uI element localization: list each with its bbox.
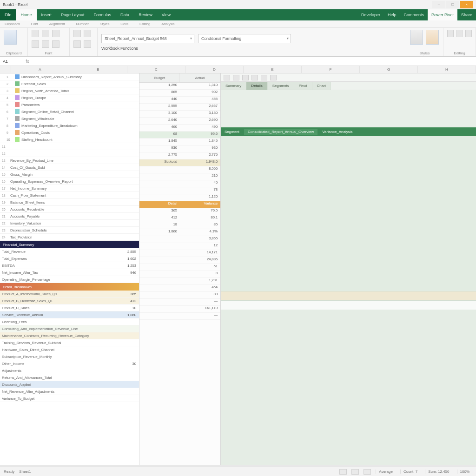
detail-tab[interactable]: Chart [312,82,331,90]
fx-icon[interactable]: fx [23,59,32,64]
outline-row[interactable]: 23Depreciation_Schedule [0,227,139,234]
detail-row[interactable]: Discounts_Applied [0,381,139,388]
value-cell[interactable] [139,285,180,291]
value-cell[interactable] [139,313,180,319]
style-combo[interactable]: Conditional Formatting ▾ [198,34,291,43]
outline-row[interactable]: 21Accounts_Payable [0,213,139,220]
value-cell[interactable]: 210 [180,173,220,180]
value-row[interactable]: DetailVariance [139,201,220,208]
align-left-icon[interactable] [73,30,81,37]
summary-row[interactable]: Total_Expenses1,602 [0,255,139,262]
value-cell[interactable] [139,166,180,173]
value-cell[interactable]: 2,555 [139,104,180,110]
value-row[interactable]: 8 [139,271,220,278]
value-row[interactable]: 24,886 [139,257,220,264]
value-cell[interactable] [139,278,180,284]
detail-row[interactable]: Product_C_Sales18 [0,304,139,311]
value-cell[interactable] [139,257,180,264]
outline-row[interactable]: 3Region_North_America_Totals [0,87,139,94]
value-row[interactable]: 440455 [139,97,220,104]
tab-home[interactable]: Home [16,9,37,20]
paste-icon[interactable] [4,30,17,45]
col-header[interactable]: E [244,66,302,73]
detail-row[interactable]: Product_A_International_Sales_Q1365 [0,291,139,298]
outline-row[interactable]: 22Inventory_Valuation [0,220,139,227]
fill-color-icon[interactable] [32,40,39,48]
value-cell[interactable]: — [180,299,220,305]
value-cell[interactable]: 3,180 [180,111,220,117]
outline-row[interactable]: 16Operating_Expenses_Overview_Report [0,178,139,185]
value-row[interactable]: 141,119 [139,306,220,313]
value-cell[interactable]: 2,775 [139,152,180,159]
value-row[interactable]: 1,231 [139,278,220,285]
value-cell[interactable]: Subtotal [139,159,180,166]
value-row[interactable]: 1,120 [139,194,220,201]
value-cell[interactable]: 2,667 [180,104,220,110]
format-table-icon[interactable] [426,30,439,45]
outline-row[interactable]: 24Tax_Provision [0,234,139,241]
value-row[interactable]: 1885 [139,222,220,229]
detail-row[interactable]: Consulting_And_Implementation_Revenue_Li… [0,325,139,332]
value-cell[interactable]: 3,865 [180,236,220,243]
status-zoom[interactable]: 100% [457,469,472,474]
value-row[interactable]: 460490 [139,125,220,132]
value-cell[interactable] [139,236,180,243]
value-row[interactable]: 6895.6 [139,132,220,139]
named-range-combo[interactable]: Sheet_Report_Annual_Budget 568 ▾ [101,34,194,43]
value-row[interactable]: 3,1003,180 [139,111,220,118]
summary-row[interactable]: Total_Revenue2,855 [0,248,139,255]
value-cell[interactable]: 454 [180,285,220,291]
outline-row[interactable]: 4Region_Europe [0,94,139,101]
value-row[interactable]: 454 [139,285,220,292]
col-header[interactable]: G [360,66,418,73]
value-cell[interactable]: 1,120 [180,194,220,201]
summary-row[interactable]: Operating_Margin_Percentage [0,276,139,283]
value-cell[interactable]: 30 [180,292,220,298]
detail-tool-icon[interactable] [261,75,267,80]
detail-tool-icon[interactable] [233,75,239,80]
align-center-icon[interactable] [84,30,91,37]
detail-tab[interactable]: Summary [221,82,246,90]
value-cell[interactable]: Variance [180,201,220,208]
sort-icon[interactable] [456,30,463,37]
value-cell[interactable]: 14,171 [180,250,220,257]
value-row[interactable]: 30 [139,292,220,299]
value-row[interactable]: 8,566 [139,166,220,173]
outline-row[interactable]: 10Staffing_Headcount [0,136,139,143]
value-row[interactable]: 41280.1 [139,215,220,222]
outline-row-blank[interactable]: 12 [0,150,139,157]
bold-icon[interactable] [32,30,39,37]
detail-row[interactable]: Training_Services_Revenue_Subtotal [0,339,139,346]
value-cell[interactable] [139,243,180,250]
outline-row[interactable]: 13Revenue_By_Product_Line [0,157,139,164]
detail-tool-icon[interactable] [251,75,258,80]
col-header[interactable]: B [69,66,127,73]
value-cell[interactable]: 70.5 [180,208,220,215]
detail-row[interactable]: Returns_And_Allowances_Total [0,374,139,381]
value-row[interactable]: 12 [139,243,220,250]
detail-row[interactable]: Hardware_Sales_Direct_Channel [0,346,139,353]
section-header-gradient[interactable]: Detail_Breakdown [0,283,139,291]
value-cell[interactable]: 1,250 [139,83,180,89]
value-row[interactable]: 930930 [139,145,220,152]
tab-insert[interactable]: Insert [37,9,57,20]
outline-row[interactable]: 17Net_Income_Summary [0,185,139,192]
outline-row[interactable]: 14Cost_Of_Goods_Sold [0,164,139,171]
value-cell[interactable]: 412 [139,215,180,222]
value-row[interactable]: 78 [139,187,220,194]
value-cell[interactable]: 8,566 [180,166,220,173]
outline-row[interactable]: 20Accounts_Receivable [0,206,139,213]
detail-tab[interactable]: Segments [268,82,294,90]
detail-row[interactable]: Licensing_Fees [0,318,139,325]
detail-tab[interactable]: Pivot [294,82,312,90]
value-cell[interactable]: 1,231 [180,278,220,284]
value-cell[interactable]: 1,310 [180,83,220,89]
detail-body[interactable] [221,136,476,291]
value-cell[interactable]: 1,845 [180,139,220,145]
value-cell[interactable]: 24,886 [180,257,220,264]
detail-row[interactable]: Subscription_Revenue_Monthly [0,353,139,360]
value-cell[interactable] [139,180,180,187]
value-cell[interactable] [139,187,180,194]
select-all-corner[interactable] [0,66,11,73]
detail-row[interactable]: Product_B_Domestic_Sales_Q1412 [0,298,139,304]
